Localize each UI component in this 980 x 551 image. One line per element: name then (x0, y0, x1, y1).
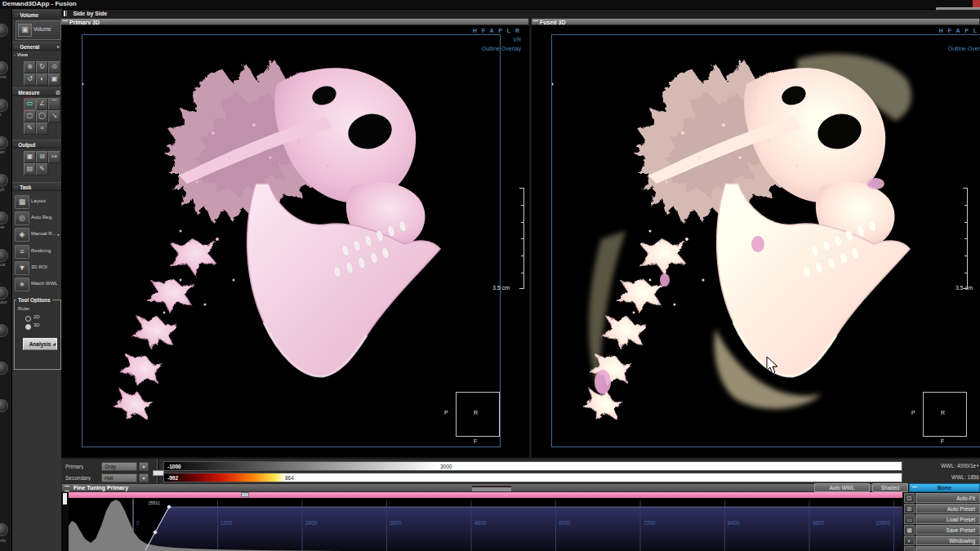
load-preset-icon[interactable]: ▭ (904, 514, 915, 524)
task-item-layout[interactable]: ▦ Layout (15, 194, 60, 209)
auto-preset-button[interactable]: Auto Preset (915, 504, 980, 513)
rail-label: art (0, 149, 11, 154)
window-value-marker: [551] (149, 500, 160, 505)
secondary-colormap-select[interactable]: Hot (101, 473, 137, 482)
ellipse-roi-icon[interactable]: ◯ (36, 110, 48, 122)
ruler-icon[interactable]: ▭ (24, 98, 36, 110)
task-item-match-wwl[interactable]: ∗ Match WWL (15, 277, 60, 291)
save-preset-button[interactable]: Save Preset (915, 525, 980, 535)
rail-tool-icon[interactable] (0, 523, 8, 536)
fused-volume-render[interactable] (552, 35, 971, 448)
angle-icon[interactable]: ∠ (36, 98, 48, 110)
rail-tool-icon[interactable] (0, 211, 8, 224)
general-section-header[interactable]: ∷General ▸ (12, 42, 62, 51)
secondary-row-label: Secondary (65, 475, 91, 481)
clipped-icon[interactable] (904, 546, 915, 551)
arc-icon[interactable]: ⌒ (48, 98, 60, 110)
reset-view-icon[interactable]: ▣ (48, 73, 60, 86)
opacity-bar-handle[interactable] (241, 492, 249, 497)
windowing-icon[interactable]: ◐ (904, 535, 915, 545)
rail-tool-icon[interactable] (0, 324, 8, 337)
snapshot-icon[interactable]: ▣ (24, 151, 36, 163)
rail-tool-icon[interactable] (0, 249, 8, 262)
measure-section-header[interactable]: ·Measure ⚙ (12, 87, 62, 96)
load-preset-row: ▭ Load Preset (904, 514, 980, 524)
volume-section-header[interactable]: ∷Volume (12, 10, 62, 19)
volume-button[interactable]: ▣ Volume (16, 20, 61, 40)
task-item-manual-reg[interactable]: ◈ Manual R... ▸ (15, 227, 60, 242)
task-item-3d-roi[interactable]: ▼ 3D ROI (15, 260, 60, 275)
export-icon[interactable]: ↦ (48, 151, 60, 163)
orientation-cube-foot: F (941, 438, 944, 444)
load-preset-button[interactable]: Load Preset (915, 514, 980, 524)
fused-3d-viewport[interactable]: H F A P L R VR Outline Overlay 3.5 cm R … (532, 25, 980, 457)
pin-icon[interactable]: ▸ (57, 42, 60, 51)
primary-colormap-select[interactable]: Gray (101, 462, 137, 471)
auto-fit-icon[interactable]: ⊡ (904, 493, 915, 503)
axis-tick: 9600 (813, 520, 825, 526)
save-preset-icon[interactable]: ▦ (904, 525, 915, 535)
fine-tuning-header[interactable]: Fine Tuning Primary (61, 483, 902, 492)
secondary-window-max: 864 (285, 475, 294, 481)
axis-tick: 2400 (305, 520, 318, 526)
primary-3d-viewport[interactable]: H F A P L R VR Outline Overlay 3.5 cm R … (61, 25, 530, 457)
rail-tool-icon[interactable] (0, 136, 8, 149)
blend-controls-strip: Primary Secondary Gray ▾ Hot ▾ -1000 300… (61, 457, 980, 485)
histogram-left-scrollbar[interactable] (61, 492, 69, 551)
delete-icon[interactable]: × (36, 122, 48, 135)
rect-roi-icon[interactable]: ▢ (24, 110, 36, 122)
close-icon[interactable] (973, 0, 980, 7)
radio-3d[interactable] (25, 324, 31, 330)
primary-window-gradient-bar[interactable]: -1000 3000 (163, 461, 902, 471)
rail-tool-icon[interactable] (0, 287, 8, 300)
shaded-button[interactable]: Shaded (872, 483, 908, 492)
auto-fit-button[interactable]: Auto-Fit (915, 493, 980, 503)
spin-icon[interactable]: ↺ (24, 73, 36, 86)
chevron-down-icon[interactable]: ▾ (139, 462, 149, 471)
secondary-window-gradient-bar[interactable]: -992 864 (163, 473, 902, 482)
auto-wwl-button[interactable]: Auto WWL (814, 483, 870, 492)
radio-2d[interactable] (25, 316, 31, 322)
orientation-cube-foot: F (474, 438, 477, 444)
rotate-icon[interactable]: ↻ (36, 61, 48, 73)
fine-tuning-histogram-panel[interactable]: [551] 0 1200 2400 3600 4800 6000 7200 84… (61, 492, 902, 551)
windowing-histogram[interactable]: [551] 0 1200 2400 3600 4800 6000 7200 84… (69, 498, 902, 551)
blend-ratio-slider[interactable] (153, 459, 163, 485)
arrow-icon[interactable]: ↘ (48, 110, 60, 122)
opacity-top-bar[interactable] (69, 492, 902, 498)
slider-thumb[interactable] (153, 470, 164, 476)
rail-tool-icon[interactable] (0, 61, 8, 74)
rail-label: t (0, 112, 11, 117)
rail-tool-icon[interactable] (0, 362, 8, 375)
task-item-label: 3D ROI (31, 264, 47, 269)
manual-reg-icon: ◈ (15, 228, 29, 242)
wrench-icon[interactable]: ⚙ (56, 88, 60, 96)
print-icon[interactable]: ▤ (24, 163, 36, 176)
auto-preset-icon[interactable]: ⊞ (904, 504, 915, 513)
pencil-icon[interactable]: ✎ (24, 122, 36, 135)
primary-volume-render[interactable] (82, 35, 501, 448)
analysis-button[interactable]: Analysis◢ (23, 338, 57, 350)
pen-icon[interactable]: ✎ (36, 163, 48, 176)
rail-tool-icon[interactable] (0, 399, 8, 412)
viewport-title-primary-3d[interactable]: Primary 3D (61, 18, 529, 25)
panel-drag-handle[interactable] (472, 486, 511, 492)
clipped-button[interactable] (915, 546, 980, 551)
windowing-button[interactable]: Windowing (915, 535, 980, 545)
task-item-auto-reg[interactable]: ◎ Auto Reg. (15, 211, 60, 225)
pan-icon[interactable]: ⊕ (24, 61, 36, 73)
rail-tool-icon[interactable] (0, 24, 8, 37)
scrollbar-thumb[interactable] (63, 493, 67, 504)
orientation-labels: H F A P L R (939, 28, 980, 33)
chevron-down-icon[interactable]: ▾ (139, 473, 149, 482)
task-item-reslicing[interactable]: ≡ Reslicing (15, 244, 60, 259)
rail-tool-icon[interactable] (0, 174, 8, 187)
zoom-icon[interactable]: ⊙ (48, 61, 60, 73)
viewport-title-fused-3d[interactable]: Fused 3D (532, 18, 980, 25)
copy-icon[interactable]: ⊞ (36, 151, 48, 163)
task-section-header[interactable]: ∷Task (12, 182, 62, 191)
output-section-header[interactable]: ·Output (12, 140, 62, 149)
rail-tool-icon[interactable] (0, 99, 8, 112)
preset-header-bone[interactable]: Bone (909, 483, 980, 492)
windowing-icon[interactable]: ◐ (36, 73, 48, 86)
